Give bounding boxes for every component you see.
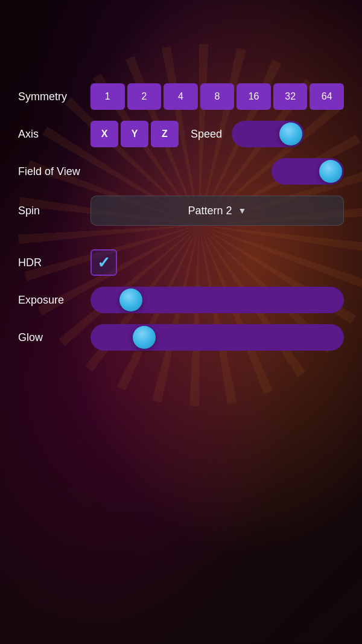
sym-btn-16[interactable]: 16 bbox=[237, 83, 271, 110]
exposure-slider-thumb bbox=[119, 289, 142, 311]
axis-x-button[interactable]: X bbox=[91, 121, 118, 147]
speed-toggle[interactable] bbox=[232, 121, 304, 147]
axis-z-button[interactable]: Z bbox=[151, 121, 179, 147]
exposure-slider[interactable] bbox=[91, 287, 344, 313]
glow-label: Glow bbox=[18, 331, 91, 344]
hdr-checkmark: ✓ bbox=[97, 253, 110, 272]
axis-row: Axis X Y Z Speed bbox=[12, 121, 350, 147]
spin-row: Spin Pattern 2 ▼ bbox=[12, 196, 350, 226]
spin-dropdown[interactable]: Pattern 2 ▼ bbox=[91, 196, 344, 226]
sym-btn-32[interactable]: 32 bbox=[273, 83, 308, 110]
sym-btn-8[interactable]: 8 bbox=[200, 83, 235, 110]
hdr-label: HDR bbox=[18, 257, 91, 269]
glow-slider[interactable] bbox=[91, 324, 344, 351]
field-of-view-label: Field of View bbox=[18, 165, 91, 178]
exposure-row: Exposure bbox=[12, 287, 350, 313]
speed-label: Speed bbox=[191, 128, 222, 141]
fov-toggle-container bbox=[91, 158, 344, 185]
sym-btn-1[interactable]: 1 bbox=[91, 83, 125, 110]
sym-btn-2[interactable]: 2 bbox=[127, 83, 162, 110]
glow-slider-thumb bbox=[133, 326, 156, 349]
spin-label: Spin bbox=[18, 205, 91, 217]
glow-row: Glow bbox=[12, 324, 350, 351]
sym-btn-64[interactable]: 64 bbox=[310, 83, 344, 110]
speed-toggle-thumb bbox=[279, 123, 302, 145]
exposure-label: Exposure bbox=[18, 294, 91, 307]
fov-toggle[interactable] bbox=[272, 158, 344, 185]
axis-label: Axis bbox=[18, 128, 91, 141]
spin-dropdown-arrow: ▼ bbox=[238, 206, 247, 215]
symmetry-buttons: 1 2 4 8 16 32 64 bbox=[91, 83, 344, 110]
hdr-checkbox[interactable]: ✓ bbox=[91, 249, 117, 276]
axis-buttons: X Y Z bbox=[91, 121, 179, 147]
fov-toggle-thumb bbox=[319, 160, 342, 183]
axis-y-button[interactable]: Y bbox=[121, 121, 148, 147]
hdr-row: HDR ✓ bbox=[12, 249, 350, 276]
symmetry-row: Symmetry 1 2 4 8 16 32 64 bbox=[12, 83, 350, 110]
sym-btn-4[interactable]: 4 bbox=[164, 83, 198, 110]
spin-dropdown-value: Pattern 2 bbox=[188, 205, 232, 217]
field-of-view-row: Field of View bbox=[12, 158, 350, 185]
speed-toggle-container bbox=[232, 121, 344, 147]
symmetry-label: Symmetry bbox=[18, 91, 91, 103]
